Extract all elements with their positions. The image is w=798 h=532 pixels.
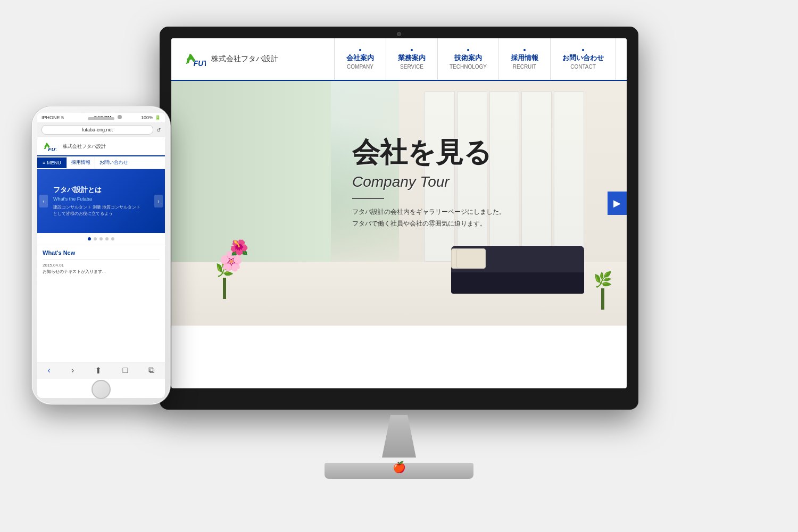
hero-description: フタバ設計の会社内をギャラリーページにしました。 フタバで働く社員や会社の雰囲気… — [352, 206, 505, 229]
main-nav: 会社案内 COMPANY 業務案内 SERVICE 技術案内 TECHNOLOG… — [334, 38, 616, 80]
plant-right: 🌿 — [589, 276, 616, 310]
phone-carrier: IPHONE 5 — [41, 115, 64, 120]
phone-hero-text: フタバ設計とは What's the Futaba 建設コンサルタント 測量 地… — [43, 185, 151, 217]
nav-dot — [411, 49, 413, 51]
phone-nav-contact[interactable]: お問い合わせ — [95, 156, 132, 169]
phone-news-item: 2015.04.01 お知らせのテキストが入ります... — [43, 259, 160, 278]
website-logo: FUTABA 株式会社フタバ設計 — [182, 50, 331, 69]
apple-logo-icon: 🍎 — [393, 461, 406, 473]
phone-nav-recruit[interactable]: 採用情報 — [66, 156, 95, 169]
sofa-pillow — [456, 248, 486, 269]
phone-home-button[interactable] — [92, 380, 111, 399]
phone-toolbar: ‹ › ⬆ □ ⧉ — [37, 362, 165, 379]
phone-hero-title: フタバ設計とは — [53, 185, 140, 195]
monitor-screen: FUTABA 株式会社フタバ設計 会社案内 COMPANY 業務案内 SERVI… — [171, 38, 627, 388]
phone-whats-new-title: What's New — [43, 250, 160, 256]
flower-icon: 🌺 — [230, 239, 248, 256]
nav-item-technology[interactable]: 技術案内 TECHNOLOGY — [437, 38, 498, 80]
nav-dot — [467, 49, 469, 51]
hero-divider — [352, 198, 384, 199]
room-panel — [521, 92, 552, 262]
phone-url-input[interactable]: futaba-eng.net — [41, 125, 153, 135]
plant-leaves-icon: 🌿 — [589, 271, 616, 288]
phone-news-date: 2015.04.01 — [43, 263, 160, 268]
hero-title-en: Company Tour — [352, 173, 505, 190]
monitor-base: 🍎 — [325, 463, 473, 479]
svg-text:FUTABA: FUTABA — [194, 59, 206, 67]
phone-futaba-logo-icon: FUTABA — [41, 140, 56, 152]
phone-battery: 100% 🔋 — [141, 115, 161, 120]
phone-frame: IPHONE 5 4:19 PM 100% 🔋 futaba-eng.net ↺ — [32, 106, 170, 404]
phone-bookmark-button[interactable]: □ — [123, 365, 128, 376]
company-name-jp: 株式会社フタバ設計 — [211, 54, 278, 64]
website-header: FUTABA 株式会社フタバ設計 会社案内 COMPANY 業務案内 SERVI… — [171, 38, 627, 81]
nav-dot — [523, 49, 526, 51]
phone-hero-desc: 建設コンサルタント 測量 地質コンサルタントとして皆様のお役に立てるよう — [53, 204, 140, 217]
hero-section: 🌿 🌸 🌺 🌿 会社を見る Company Tour フタバ設計の会社内をギャラ… — [171, 81, 627, 326]
futaba-logo-icon: FUTABA — [182, 50, 206, 69]
phone-hero: ‹ フタバ設計とは What's the Futaba 建設コンサルタント 測量… — [37, 169, 165, 233]
phone-dot-5[interactable] — [111, 237, 114, 240]
plant-stem — [223, 278, 226, 299]
phone: IPHONE 5 4:19 PM 100% 🔋 futaba-eng.net ↺ — [32, 106, 170, 404]
plant-stem — [601, 288, 604, 310]
monitor-neck — [378, 415, 420, 458]
phone-dot-2[interactable] — [94, 237, 97, 240]
sofa-seat — [451, 272, 584, 294]
hero-text-overlay: 会社を見る Company Tour フタバ設計の会社内をギャラリーページにしま… — [352, 134, 505, 229]
phone-company-name: 株式会社フタバ設計 — [63, 143, 106, 150]
room-panel — [554, 92, 584, 262]
nav-dot — [359, 49, 361, 51]
phone-dot-3[interactable] — [99, 237, 103, 240]
hero-title-jp: 会社を見る — [352, 134, 505, 171]
phone-whats-new-section: What's New 2015.04.01 お知らせのテキストが入ります... — [37, 245, 165, 282]
phone-speaker — [88, 117, 114, 120]
phone-news-text: お知らせのテキストが入ります... — [43, 269, 160, 275]
nav-item-service[interactable]: 業務案内 SERVICE — [386, 38, 437, 80]
phone-prev-button[interactable]: ‹ — [39, 195, 48, 207]
phone-dot-1[interactable] — [88, 237, 91, 240]
phone-menu-button[interactable]: ≡ MENU — [37, 157, 66, 168]
monitor-frame: FUTABA 株式会社フタバ設計 会社案内 COMPANY 業務案内 SERVI… — [160, 27, 638, 410]
nav-dot — [582, 49, 584, 51]
phone-back-button[interactable]: ‹ — [48, 365, 51, 376]
phone-url-bar: futaba-eng.net ↺ — [37, 123, 165, 137]
svg-text:FUTABA: FUTABA — [48, 146, 56, 152]
phone-slide-dots — [37, 233, 165, 245]
phone-site-header: FUTABA 株式会社フタバ設計 — [37, 137, 165, 156]
phone-tabs-button[interactable]: ⧉ — [148, 365, 154, 376]
nav-item-recruit[interactable]: 採用情報 RECRUIT — [498, 38, 550, 80]
monitor-camera — [397, 32, 401, 36]
phone-hero-subtitle: What's the Futaba — [53, 196, 140, 202]
monitor: FUTABA 株式会社フタバ設計 会社案内 COMPANY 業務案内 SERVI… — [160, 27, 638, 489]
hero-next-button[interactable]: ▶ — [608, 192, 627, 215]
phone-share-button[interactable]: ⬆ — [95, 365, 102, 376]
phone-camera — [118, 115, 122, 119]
phone-screen: IPHONE 5 4:19 PM 100% 🔋 futaba-eng.net ↺ — [37, 113, 165, 398]
phone-next-button[interactable]: › — [154, 195, 163, 207]
nav-item-company[interactable]: 会社案内 COMPANY — [334, 38, 386, 80]
phone-reload-button[interactable]: ↺ — [156, 127, 161, 133]
room-sofa — [451, 246, 584, 294]
nav-item-contact[interactable]: お問い合わせ CONTACT — [550, 38, 616, 80]
phone-dot-4[interactable] — [105, 237, 109, 240]
phone-nav-bar: ≡ MENU 採用情報 お問い合わせ — [37, 156, 165, 169]
phone-forward-button[interactable]: › — [71, 365, 74, 376]
